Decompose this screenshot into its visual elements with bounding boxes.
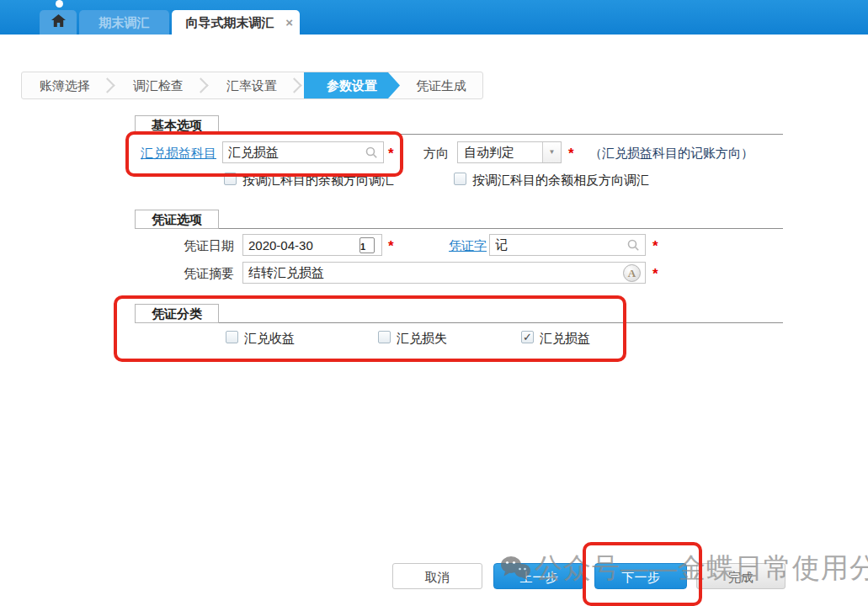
step-exchange-rate-settings[interactable]: 汇率设置: [209, 72, 295, 98]
tab-wizard-label: 向导式期末调汇: [186, 15, 274, 29]
calendar-icon-day: 1: [360, 242, 365, 252]
previous-step-button[interactable]: 上一步: [493, 563, 584, 589]
search-icon[interactable]: [626, 238, 640, 252]
exchange-loss-checkbox-label[interactable]: 汇兑损失: [397, 331, 447, 347]
exchange-gain-checkbox-label[interactable]: 汇兑收益: [244, 331, 295, 347]
home-icon: [51, 10, 66, 35]
calendar-icon[interactable]: 1: [359, 237, 375, 253]
abbreviation-lookup-letter: A: [628, 267, 636, 279]
exchange-gain-checkbox[interactable]: [226, 331, 238, 343]
voucher-word-link[interactable]: 凭证字: [449, 238, 487, 254]
opposite-direction-checkbox-label[interactable]: 按调汇科目的余额相反方向调汇: [472, 173, 649, 189]
notification-dot: [56, 0, 63, 8]
top-navigation-bar: 期末调汇 向导式期末调汇 ×: [0, 0, 868, 35]
direction-select[interactable]: 自动判定 ▼: [457, 141, 562, 163]
exchange-loss-checkbox[interactable]: [378, 331, 391, 343]
step-adjustment-check[interactable]: 调汇检查: [115, 72, 201, 98]
voucher-options-header: 凭证选项: [135, 210, 219, 229]
abbreviation-lookup-icon[interactable]: A: [623, 264, 641, 282]
balance-direction-checkbox[interactable]: [224, 173, 237, 185]
voucher-date-field: 1: [242, 234, 382, 256]
exchange-gain-loss-account-input[interactable]: [223, 142, 383, 162]
next-step-button[interactable]: 下一步: [594, 563, 687, 589]
voucher-summary-input[interactable]: [243, 263, 645, 283]
voucher-word-field: [489, 234, 646, 256]
exchange-gain-loss-checkbox-checked[interactable]: ✓: [521, 331, 534, 343]
step-parameter-settings-active[interactable]: 参数设置: [304, 72, 400, 98]
voucher-date-label: 凭证日期: [135, 238, 234, 254]
section-divider: [135, 134, 783, 135]
opposite-direction-checkbox[interactable]: [454, 173, 466, 185]
wizard-steps: 账簿选择 调汇检查 汇率设置 参数设置 凭证生成: [21, 72, 483, 99]
required-marker: *: [652, 266, 658, 283]
required-marker: *: [388, 146, 394, 162]
search-icon[interactable]: [365, 146, 378, 159]
close-icon[interactable]: ×: [285, 10, 293, 35]
voucher-summary-field: A: [242, 262, 646, 284]
home-tab[interactable]: [40, 10, 77, 35]
finish-button[interactable]: 完成: [696, 563, 785, 589]
voucher-word-input[interactable]: [490, 235, 645, 255]
tab-wizard-period-end-adjustment[interactable]: 向导式期末调汇 ×: [172, 10, 300, 35]
balance-direction-checkbox-label[interactable]: 按调汇科目的余额方向调汇: [242, 173, 394, 189]
check-icon: ✓: [522, 332, 533, 343]
basic-options-header: 基本选项: [135, 115, 219, 135]
voucher-category-header: 凭证分类: [135, 304, 219, 323]
cancel-button[interactable]: 取消: [392, 563, 482, 589]
direction-note: （汇兑损益科目的记账方向）: [589, 146, 754, 162]
required-marker: *: [652, 238, 658, 255]
voucher-summary-label: 凭证摘要: [135, 266, 234, 282]
exchange-gain-loss-account-link[interactable]: 汇兑损益科目: [141, 146, 216, 162]
direction-selected-value: 自动判定: [464, 145, 514, 161]
required-marker: *: [568, 146, 574, 162]
chevron-down-icon[interactable]: ▼: [542, 142, 561, 162]
exchange-gain-loss-checkbox-label[interactable]: 汇兑损益: [540, 331, 590, 347]
direction-label: 方向: [423, 146, 449, 162]
tab-period-end-adjustment[interactable]: 期末调汇: [79, 10, 169, 35]
step-book-selection[interactable]: 账簿选择: [22, 72, 108, 98]
step-voucher-generation[interactable]: 凭证生成: [400, 72, 482, 98]
exchange-gain-loss-account-field: [222, 141, 384, 163]
section-divider: [135, 228, 783, 229]
required-marker: *: [388, 238, 394, 255]
section-divider: [135, 322, 783, 323]
